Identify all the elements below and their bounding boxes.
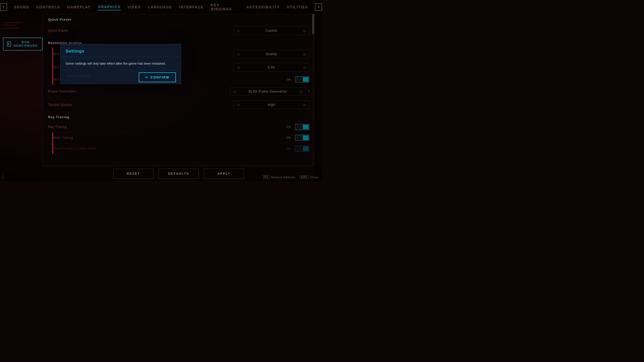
modal-overlay: Settings Some settings will only take ef…: [0, 0, 322, 181]
modal-footer-wrapper: ADVANCED SETTINGS ↩ CONFIRM: [61, 71, 181, 84]
settings-modal: Settings Some settings will only take ef…: [60, 44, 181, 84]
confirm-icon: ↩: [145, 75, 148, 79]
modal-footer-text: ADVANCED SETTINGS: [66, 75, 90, 77]
modal-title: Settings: [61, 44, 181, 57]
confirm-button[interactable]: ↩ CONFIRM: [139, 72, 176, 82]
confirm-label: CONFIRM: [150, 75, 169, 79]
modal-body: Some settings will only take effect afte…: [61, 57, 181, 71]
